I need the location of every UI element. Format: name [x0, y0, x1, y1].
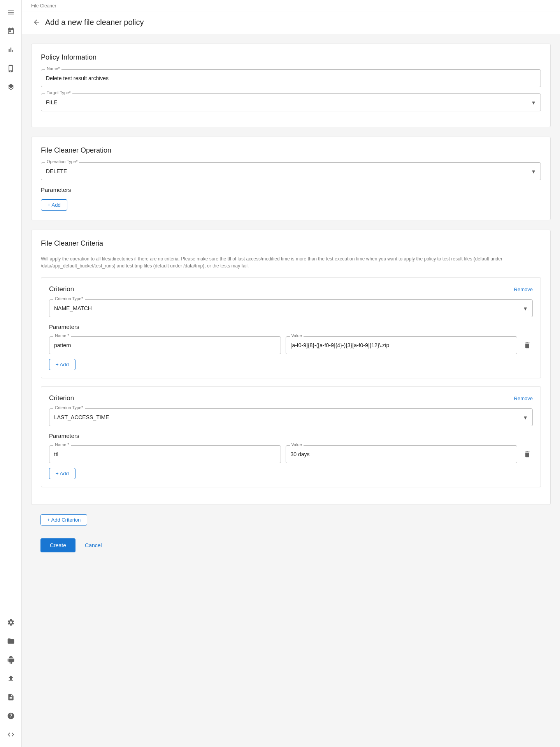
- operation-type-select[interactable]: DELETE ARCHIVE: [41, 163, 541, 180]
- name-input[interactable]: [41, 70, 541, 87]
- criterion-1-type-select[interactable]: NAME_MATCH LAST_ACCESS_TIME LAST_MODIFIE…: [49, 300, 532, 317]
- back-button[interactable]: [31, 17, 42, 28]
- criterion-2-param-value-input[interactable]: [286, 446, 517, 463]
- criterion-2-type-select[interactable]: NAME_MATCH LAST_ACCESS_TIME LAST_MODIFIE…: [49, 409, 532, 426]
- sidebar-icon-settings[interactable]: [3, 615, 19, 630]
- criterion-2-header: Criterion Remove: [49, 394, 533, 402]
- sidebar-icon-list[interactable]: [3, 5, 19, 20]
- operation-add-parameter-button[interactable]: + Add: [41, 199, 67, 211]
- criterion-1-add-param-button[interactable]: + Add: [49, 359, 75, 370]
- operation-type-select-wrapper: DELETE ARCHIVE: [41, 163, 541, 180]
- criterion-2-remove-button[interactable]: Remove: [514, 395, 533, 401]
- main-content: File Cleaner Add a new file cleaner poli…: [22, 0, 560, 747]
- criterion-1-remove-button[interactable]: Remove: [514, 286, 533, 292]
- create-button[interactable]: Create: [40, 538, 75, 552]
- criterion-2-parameters-title: Parameters: [49, 432, 533, 439]
- criterion-2-type-field: Criterion Type* NAME_MATCH LAST_ACCESS_T…: [49, 408, 533, 426]
- target-type-field: Target Type* FILE DIRECTORY: [41, 93, 541, 111]
- criterion-1-type-field: Criterion Type* NAME_MATCH LAST_ACCESS_T…: [49, 299, 533, 317]
- criterion-2-param-name-label: Name *: [53, 443, 71, 447]
- sidebar-icon-calendar[interactable]: [3, 23, 19, 39]
- criterion-2-param-name-field: Name *: [49, 445, 281, 463]
- add-criterion-button[interactable]: + Add Criterion: [40, 514, 87, 526]
- criteria-section-title: File Cleaner Criteria: [41, 239, 541, 248]
- file-cleaner-criteria-section: File Cleaner Criteria Will apply the ope…: [31, 230, 551, 505]
- target-type-select-wrapper: FILE DIRECTORY: [41, 94, 541, 111]
- sidebar-icon-upload[interactable]: [3, 671, 19, 686]
- policy-information-section: Policy Information Name* Target Type* FI…: [31, 44, 551, 127]
- target-type-select[interactable]: FILE DIRECTORY: [41, 94, 541, 111]
- criterion-2-param-value-field: Value: [286, 445, 518, 463]
- criteria-description: Will apply the operation to all files/di…: [41, 255, 541, 269]
- criterion-1-header: Criterion Remove: [49, 285, 533, 293]
- criterion-2-param-row-1: Name * Value: [49, 445, 533, 463]
- cancel-button[interactable]: Cancel: [82, 538, 105, 552]
- criterion-2-title: Criterion: [49, 394, 74, 402]
- page-title: Add a new file cleaner policy: [45, 18, 144, 27]
- criterion-1-type-select-wrapper: NAME_MATCH LAST_ACCESS_TIME LAST_MODIFIE…: [49, 300, 532, 317]
- criterion-card-1: Criterion Remove Criterion Type* NAME_MA…: [41, 277, 541, 378]
- criterion-2-param-delete-button[interactable]: [522, 449, 533, 460]
- operation-section-title: File Cleaner Operation: [41, 146, 541, 155]
- page-header: Add a new file cleaner policy: [22, 12, 560, 34]
- sidebar-icon-layers[interactable]: [3, 79, 19, 95]
- bottom-actions: Create Cancel: [31, 532, 551, 559]
- criterion-1-param-name-input[interactable]: [49, 337, 281, 354]
- criterion-2-param-name-input[interactable]: [49, 446, 281, 463]
- criterion-1-param-name-label: Name *: [53, 334, 71, 338]
- name-label: Name*: [45, 67, 61, 71]
- criterion-1-param-value-input[interactable]: [286, 337, 517, 354]
- sidebar-icon-folder[interactable]: [3, 633, 19, 649]
- sidebar-icon-code[interactable]: [3, 727, 19, 742]
- criterion-1-title: Criterion: [49, 285, 74, 293]
- sidebar-icon-android[interactable]: [3, 652, 19, 668]
- sidebar: [0, 0, 22, 747]
- name-field: Name*: [41, 69, 541, 87]
- operation-type-field: Operation Type* DELETE ARCHIVE: [41, 162, 541, 180]
- operation-parameters-title: Parameters: [41, 186, 541, 193]
- criterion-1-param-row-1: Name * Value: [49, 336, 533, 354]
- criterion-2-param-value-label: Value: [290, 443, 304, 447]
- criterion-1-param-value-field: Value: [286, 336, 518, 354]
- criterion-1-param-delete-button[interactable]: [522, 340, 533, 351]
- criterion-1-param-name-field: Name *: [49, 336, 281, 354]
- add-criterion-area: + Add Criterion: [31, 514, 551, 532]
- criterion-1-parameters-title: Parameters: [49, 323, 533, 330]
- criterion-card-2: Criterion Remove Criterion Type* NAME_MA…: [41, 386, 541, 487]
- sidebar-icon-document[interactable]: [3, 689, 19, 705]
- file-cleaner-operation-section: File Cleaner Operation Operation Type* D…: [31, 137, 551, 220]
- sidebar-icon-help[interactable]: [3, 708, 19, 724]
- criterion-1-param-value-label: Value: [290, 334, 304, 338]
- policy-information-title: Policy Information: [41, 53, 541, 62]
- breadcrumb: File Cleaner: [22, 0, 560, 12]
- sidebar-icon-chart[interactable]: [3, 42, 19, 58]
- criterion-2-add-param-button[interactable]: + Add: [49, 468, 75, 479]
- content-area: Policy Information Name* Target Type* FI…: [22, 34, 560, 568]
- criterion-2-type-select-wrapper: NAME_MATCH LAST_ACCESS_TIME LAST_MODIFIE…: [49, 409, 532, 426]
- sidebar-icon-phone[interactable]: [3, 61, 19, 76]
